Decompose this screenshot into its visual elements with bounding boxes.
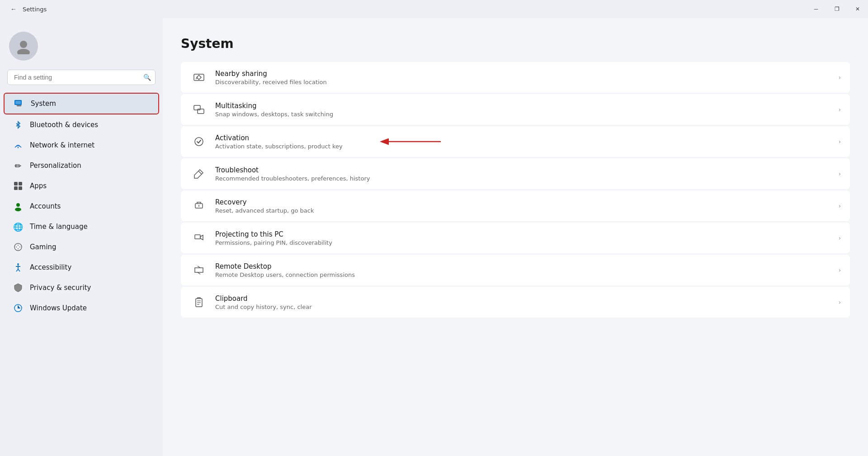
svg-point-0: [20, 41, 27, 48]
svg-point-1: [17, 49, 30, 54]
remote-desktop-chevron: ›: [838, 266, 841, 274]
apps-nav-icon: [13, 180, 24, 191]
sidebar-item-accounts[interactable]: Accounts: [4, 196, 159, 216]
back-button[interactable]: ←: [7, 3, 20, 15]
svg-point-15: [19, 247, 20, 247]
search-input[interactable]: [7, 70, 156, 85]
avatar[interactable]: [9, 32, 38, 61]
activation-icon: [190, 133, 208, 151]
projecting-icon: [190, 229, 208, 247]
svg-point-6: [18, 147, 19, 148]
activation-chevron: ›: [838, 138, 841, 145]
sidebar-item-personalization[interactable]: ✏️ Personalization: [4, 156, 159, 176]
sidebar-item-system[interactable]: System: [4, 93, 159, 114]
troubleshoot-title: Troubleshoot: [215, 166, 834, 174]
maximize-button[interactable]: ❐: [826, 0, 847, 18]
clipboard-text: Clipboard Cut and copy history, sync, cl…: [215, 294, 834, 310]
troubleshoot-text: Troubleshoot Recommended troubleshooters…: [215, 166, 834, 182]
svg-rect-10: [19, 186, 22, 190]
svg-point-16: [18, 245, 19, 246]
nearby-sharing-title: Nearby sharing: [215, 70, 834, 78]
app-title: Settings: [23, 6, 47, 13]
troubleshoot-desc: Recommended troubleshooters, preferences…: [215, 175, 834, 182]
multitasking-desc: Snap windows, desktops, task switching: [215, 111, 834, 118]
settings-item-clipboard[interactable]: Clipboard Cut and copy history, sync, cl…: [181, 287, 850, 318]
clipboard-desc: Cut and copy history, sync, clear: [215, 304, 834, 310]
settings-item-multitasking[interactable]: Multitasking Snap windows, desktops, tas…: [181, 94, 850, 125]
settings-item-troubleshoot[interactable]: Troubleshoot Recommended troubleshooters…: [181, 158, 850, 189]
close-button[interactable]: ✕: [847, 0, 868, 18]
recovery-chevron: ›: [838, 202, 841, 209]
sidebar-item-update[interactable]: Windows Update: [4, 298, 159, 318]
recovery-text: Recovery Reset, advanced startup, go bac…: [215, 198, 834, 214]
clipboard-chevron: ›: [838, 299, 841, 306]
clipboard-title: Clipboard: [215, 294, 834, 303]
sidebar-item-label-accounts: Accounts: [30, 202, 61, 210]
system-nav-icon: [14, 98, 24, 109]
sidebar-item-bluetooth[interactable]: Bluetooth & devices: [4, 115, 159, 135]
multitasking-chevron: ›: [838, 106, 841, 113]
projecting-title: Projecting to this PC: [215, 230, 834, 238]
troubleshoot-icon: [190, 165, 208, 183]
nearby-sharing-chevron: ›: [838, 74, 841, 81]
nearby-sharing-text: Nearby sharing Discoverability, received…: [215, 70, 834, 86]
content-area: System Nearby sharing Discoverability, r…: [163, 18, 868, 456]
projecting-text: Projecting to this PC Permissions, pairi…: [215, 230, 834, 246]
sidebar-item-privacy[interactable]: Privacy & security: [4, 278, 159, 298]
accessibility-nav-icon: [13, 262, 24, 273]
svg-point-11: [16, 203, 20, 207]
sidebar: 🔍 System Bluetooth & devices Network & i…: [0, 18, 163, 456]
sidebar-item-apps[interactable]: Apps: [4, 176, 159, 196]
svg-rect-4: [17, 105, 21, 106]
remote-desktop-desc: Remote Desktop users, connection permiss…: [215, 271, 834, 278]
activation-text: Activation Activation state, subscriptio…: [215, 134, 834, 150]
svg-point-17: [18, 248, 19, 249]
settings-item-nearby-sharing[interactable]: Nearby sharing Discoverability, received…: [181, 62, 850, 93]
svg-rect-8: [19, 182, 22, 185]
accounts-nav-icon: [13, 201, 24, 212]
recovery-desc: Reset, advanced startup, go back: [215, 207, 834, 214]
activation-desc: Activation state, subscriptions, product…: [215, 143, 834, 150]
svg-point-13: [14, 243, 22, 251]
sidebar-item-accessibility[interactable]: Accessibility: [4, 257, 159, 277]
sidebar-item-label-privacy: Privacy & security: [30, 284, 91, 292]
update-nav-icon: [13, 303, 24, 314]
settings-item-projecting[interactable]: Projecting to this PC Permissions, pairi…: [181, 223, 850, 253]
titlebar: ← Settings ─ ❐ ✕: [0, 0, 868, 18]
remote-desktop-text: Remote Desktop Remote Desktop users, con…: [215, 262, 834, 278]
activation-title: Activation: [215, 134, 834, 142]
multitasking-text: Multitasking Snap windows, desktops, tas…: [215, 102, 834, 118]
svg-rect-9: [14, 186, 18, 190]
avatar-area: [0, 27, 163, 70]
clipboard-icon: [190, 293, 208, 311]
projecting-chevron: ›: [838, 234, 841, 242]
sidebar-item-label-apps: Apps: [30, 182, 47, 190]
window-controls: ─ ❐ ✕: [806, 0, 868, 18]
nearby-sharing-desc: Discoverability, received files location: [215, 79, 834, 86]
sidebar-item-label-accessibility: Accessibility: [30, 263, 71, 271]
remote-desktop-title: Remote Desktop: [215, 262, 834, 271]
personalization-nav-icon: ✏️: [13, 160, 24, 171]
svg-rect-3: [15, 101, 21, 104]
svg-point-12: [15, 208, 21, 211]
recovery-title: Recovery: [215, 198, 834, 206]
bluetooth-nav-icon: [13, 119, 24, 130]
settings-item-recovery[interactable]: Recovery Reset, advanced startup, go bac…: [181, 190, 850, 221]
troubleshoot-chevron: ›: [838, 170, 841, 177]
time-nav-icon: 🌐: [13, 221, 24, 232]
nearby-sharing-icon: [190, 68, 208, 86]
minimize-button[interactable]: ─: [806, 0, 826, 18]
gaming-nav-icon: [13, 242, 24, 252]
main-window: 🔍 System Bluetooth & devices Network & i…: [0, 18, 868, 456]
remote-desktop-icon: [190, 261, 208, 279]
sidebar-item-time[interactable]: 🌐 Time & language: [4, 217, 159, 237]
sidebar-item-network[interactable]: Network & internet: [4, 135, 159, 155]
sidebar-item-label-update: Windows Update: [30, 304, 87, 312]
settings-item-remote-desktop[interactable]: Remote Desktop Remote Desktop users, con…: [181, 255, 850, 285]
svg-point-23: [195, 138, 203, 146]
svg-point-18: [17, 263, 19, 265]
settings-item-activation[interactable]: Activation Activation state, subscriptio…: [181, 126, 850, 157]
sidebar-item-label-network: Network & internet: [30, 141, 94, 149]
sidebar-item-label-gaming: Gaming: [30, 243, 57, 251]
sidebar-item-gaming[interactable]: Gaming: [4, 237, 159, 257]
